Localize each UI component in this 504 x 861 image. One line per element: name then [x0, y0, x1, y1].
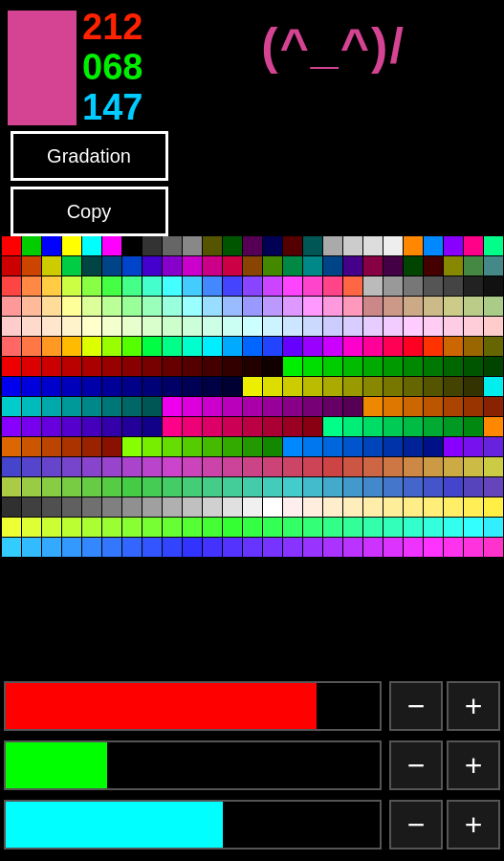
color-cell[interactable]	[183, 518, 202, 537]
color-cell[interactable]	[323, 417, 342, 436]
color-cell[interactable]	[102, 236, 121, 255]
color-cell[interactable]	[243, 437, 262, 456]
color-cell[interactable]	[42, 417, 61, 436]
color-cell[interactable]	[484, 417, 503, 436]
color-cell[interactable]	[283, 256, 302, 276]
color-cell[interactable]	[223, 297, 242, 316]
color-cell[interactable]	[283, 377, 302, 396]
color-cell[interactable]	[363, 276, 383, 296]
color-cell[interactable]	[163, 397, 182, 416]
color-cell[interactable]	[444, 297, 463, 316]
color-cell[interactable]	[2, 297, 21, 316]
color-cell[interactable]	[142, 357, 162, 376]
color-cell[interactable]	[163, 538, 182, 557]
color-cell[interactable]	[22, 437, 41, 456]
color-cell[interactable]	[323, 377, 342, 396]
color-cell[interactable]	[424, 538, 443, 557]
color-cell[interactable]	[243, 518, 262, 537]
color-cell[interactable]	[263, 497, 282, 517]
color-cell[interactable]	[2, 317, 21, 336]
color-cell[interactable]	[383, 417, 403, 436]
color-cell[interactable]	[383, 337, 403, 356]
color-cell[interactable]	[82, 457, 101, 476]
color-cell[interactable]	[283, 357, 302, 376]
color-cell[interactable]	[363, 477, 383, 497]
color-cell[interactable]	[62, 497, 81, 517]
color-cell[interactable]	[163, 437, 182, 456]
color-cell[interactable]	[2, 377, 21, 396]
color-cell[interactable]	[383, 518, 403, 537]
color-cell[interactable]	[2, 397, 21, 416]
color-cell[interactable]	[22, 497, 41, 517]
color-cell[interactable]	[142, 417, 162, 436]
color-cell[interactable]	[223, 337, 242, 356]
color-cell[interactable]	[223, 357, 242, 376]
color-cell[interactable]	[2, 457, 21, 476]
color-cell[interactable]	[142, 337, 162, 356]
color-cell[interactable]	[203, 417, 222, 436]
color-cell[interactable]	[263, 397, 282, 416]
color-cell[interactable]	[383, 236, 403, 255]
color-cell[interactable]	[243, 256, 262, 276]
color-cell[interactable]	[444, 417, 463, 436]
color-cell[interactable]	[183, 377, 202, 396]
blue-slider-plus-button[interactable]: +	[447, 800, 500, 850]
color-cell[interactable]	[203, 477, 222, 497]
gradation-button[interactable]: Gradation	[11, 131, 168, 181]
color-cell[interactable]	[62, 417, 81, 436]
color-cell[interactable]	[383, 377, 403, 396]
color-cell[interactable]	[404, 276, 423, 296]
color-cell[interactable]	[263, 477, 282, 497]
color-cell[interactable]	[444, 377, 463, 396]
color-cell[interactable]	[203, 397, 222, 416]
color-cell[interactable]	[223, 256, 242, 276]
color-cell[interactable]	[203, 538, 222, 557]
color-cell[interactable]	[263, 357, 282, 376]
color-cell[interactable]	[464, 317, 483, 336]
color-cell[interactable]	[444, 357, 463, 376]
color-cell[interactable]	[243, 297, 262, 316]
color-cell[interactable]	[2, 417, 21, 436]
color-cell[interactable]	[102, 457, 121, 476]
color-cell[interactable]	[2, 538, 21, 557]
color-cell[interactable]	[243, 457, 262, 476]
color-cell[interactable]	[122, 437, 142, 456]
color-cell[interactable]	[444, 397, 463, 416]
color-cell[interactable]	[203, 518, 222, 537]
color-cell[interactable]	[22, 397, 41, 416]
color-cell[interactable]	[404, 397, 423, 416]
color-cell[interactable]	[62, 518, 81, 537]
color-cell[interactable]	[404, 297, 423, 316]
color-cell[interactable]	[2, 236, 21, 255]
green-slider-track[interactable]	[4, 740, 382, 790]
color-cell[interactable]	[203, 377, 222, 396]
color-cell[interactable]	[404, 337, 423, 356]
color-cell[interactable]	[82, 417, 101, 436]
color-cell[interactable]	[444, 276, 463, 296]
color-cell[interactable]	[142, 297, 162, 316]
color-cell[interactable]	[102, 377, 121, 396]
color-cell[interactable]	[243, 417, 262, 436]
color-cell[interactable]	[163, 256, 182, 276]
color-cell[interactable]	[163, 417, 182, 436]
red-slider-minus-button[interactable]: −	[389, 681, 443, 731]
color-cell[interactable]	[303, 538, 322, 557]
color-cell[interactable]	[363, 417, 383, 436]
color-cell[interactable]	[243, 397, 262, 416]
red-slider-track[interactable]	[4, 681, 382, 731]
color-cell[interactable]	[163, 276, 182, 296]
color-cell[interactable]	[102, 297, 121, 316]
color-cell[interactable]	[343, 518, 362, 537]
color-cell[interactable]	[122, 297, 142, 316]
color-cell[interactable]	[122, 397, 142, 416]
color-cell[interactable]	[183, 437, 202, 456]
color-cell[interactable]	[323, 497, 342, 517]
color-cell[interactable]	[122, 477, 142, 497]
red-slider-plus-button[interactable]: +	[447, 681, 500, 731]
color-cell[interactable]	[363, 256, 383, 276]
color-cell[interactable]	[283, 236, 302, 255]
color-cell[interactable]	[223, 437, 242, 456]
color-cell[interactable]	[283, 477, 302, 497]
color-cell[interactable]	[122, 256, 142, 276]
color-cell[interactable]	[383, 538, 403, 557]
